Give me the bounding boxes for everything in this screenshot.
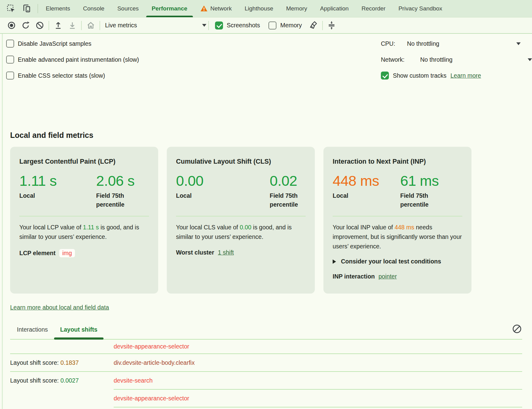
local-label: Local (333, 191, 400, 200)
metric-card-lcp: Largest Contentful Paint (LCP) 1.11 s Lo… (10, 147, 158, 294)
field-label: Field 75th percentile (400, 191, 443, 209)
inp-local-value: 448 ms (333, 173, 400, 189)
tab-memory[interactable]: Memory (280, 0, 314, 17)
home-icon[interactable] (84, 19, 98, 32)
learn-more-field-data-link[interactable]: Learn more about local and field data (10, 303, 109, 311)
lcp-element-link[interactable]: img (59, 249, 75, 257)
memory-label: Memory (280, 22, 302, 29)
tab-label: Memory (286, 5, 307, 12)
card-divider (19, 216, 149, 216)
chevron-down-icon[interactable] (528, 58, 532, 61)
divider (100, 21, 100, 30)
screenshots-checkbox[interactable] (215, 21, 223, 29)
layout-shift-row: Layout shift score: 0.0027devsite-search (10, 372, 522, 389)
log-tab-interactions[interactable]: Interactions (17, 325, 48, 339)
tab-console[interactable]: Console (76, 0, 111, 17)
download-icon[interactable] (65, 19, 79, 32)
screenshots-checkbox-row[interactable]: Screenshots (215, 21, 260, 29)
local-test-conditions-disclosure[interactable]: Consider your local test conditions (333, 258, 462, 265)
layout-shift-row: devsite-appearance-selector (10, 340, 522, 353)
cpu-label: CPU: (381, 40, 407, 47)
field-label: Field 75th percentile (270, 191, 313, 209)
gc-broom-icon[interactable] (306, 19, 320, 32)
divider (37, 4, 38, 13)
custom-tracks-row: Show custom tracks Learn more (381, 68, 522, 84)
inp-interaction-label: INP interaction (333, 273, 375, 280)
devtools-performance-panel: ElementsConsoleSourcesPerformanceNetwork… (0, 0, 532, 409)
tab-label: Recorder (362, 5, 385, 12)
tab-network[interactable]: Network (194, 0, 238, 17)
record-icon[interactable] (4, 19, 18, 32)
setting-checkbox-row[interactable]: Enable CSS selector stats (slow) (6, 68, 139, 84)
clear-icon[interactable] (33, 19, 47, 32)
tab-recorder[interactable]: Recorder (355, 0, 392, 17)
cpu-throttling-row: CPU: No throttling (381, 36, 522, 52)
card-title: Largest Contentful Paint (LCP) (19, 158, 149, 166)
tab-label: Sources (117, 5, 139, 12)
checkbox[interactable] (6, 40, 14, 48)
upload-icon[interactable] (51, 19, 65, 32)
screenshots-label: Screenshots (227, 22, 260, 29)
collapse-icon[interactable] (325, 19, 339, 32)
tab-elements[interactable]: Elements (39, 0, 76, 17)
tab-label: Privacy Sandbox (398, 5, 442, 12)
cls-inline-value: 0.00 (240, 224, 251, 231)
tab-label: Application (320, 5, 349, 12)
inp-interaction-link[interactable]: pointer (378, 273, 397, 280)
worst-cluster-label: Worst cluster (176, 249, 214, 256)
chevron-down-icon[interactable] (516, 42, 521, 45)
metric-card-cls: Cumulative Layout Shift (CLS) 0.00 Local… (167, 147, 315, 294)
card-divider (333, 216, 462, 216)
layout-shift-score: Layout shift score: 0.1837 (10, 359, 114, 366)
block-icon[interactable] (512, 324, 522, 335)
tab-lighthouse[interactable]: Lighthouse (238, 0, 280, 17)
lcp-field-value: 2.06 s (96, 173, 139, 189)
memory-checkbox[interactable] (268, 21, 276, 29)
tab-sources[interactable]: Sources (111, 0, 145, 17)
worst-cluster-link[interactable]: 1 shift (218, 249, 234, 256)
card-title: Interaction to Next Paint (INP) (333, 158, 462, 166)
section-title: Local and field metrics (10, 130, 532, 141)
local-label: Local (176, 191, 270, 200)
checkbox[interactable] (6, 56, 14, 64)
node-link[interactable]: devsite-appearance-selector (114, 395, 189, 402)
inp-field-value: 61 ms (400, 173, 443, 189)
layout-shift-score: Layout shift score: 0.0027 (10, 377, 114, 384)
metric-card-inp: Interaction to Next Paint (INP) 448 ms L… (323, 147, 471, 294)
panel-tabs: ElementsConsoleSourcesPerformanceNetwork… (39, 0, 449, 17)
node-link[interactable]: devsite-appearance-selector (114, 343, 189, 350)
cls-field-value: 0.02 (270, 173, 313, 189)
node-link[interactable]: div.devsite-article-body.clearfix (114, 359, 195, 366)
live-metrics-label: Live metrics (105, 22, 137, 29)
reload-icon[interactable] (18, 19, 33, 32)
layout-shift-row: devsite-appearance-selector (10, 390, 522, 407)
learn-more-link[interactable]: Learn more (450, 72, 481, 79)
tab-label: Network (210, 5, 232, 12)
setting-label: Enable CSS selector stats (slow) (18, 72, 105, 79)
log-tab-layout-shifts[interactable]: Layout shifts (60, 325, 97, 339)
triangle-right-icon (333, 259, 336, 264)
network-throttling-select[interactable]: No throttling (420, 56, 452, 63)
tab-application[interactable]: Application (314, 0, 355, 17)
tab-label: Elements (46, 5, 70, 12)
tab-label: Performance (152, 5, 187, 12)
network-throttling-row: Network: No throttling (381, 52, 522, 68)
device-toolbar-icon[interactable] (20, 2, 33, 15)
setting-checkbox-row[interactable]: Disable JavaScript samples (6, 36, 139, 52)
node-link[interactable]: devsite-search (114, 377, 153, 384)
setting-checkbox-row[interactable]: Enable advanced paint instrumentation (s… (6, 52, 139, 68)
memory-checkbox-row[interactable]: Memory (268, 21, 302, 29)
custom-tracks-checkbox[interactable] (381, 72, 389, 80)
tab-privacy-sandbox[interactable]: Privacy Sandbox (392, 0, 449, 17)
tab-label: Lighthouse (244, 5, 273, 12)
chevron-down-icon (202, 24, 206, 27)
setting-label: Enable advanced paint instrumentation (s… (18, 56, 139, 63)
checkbox[interactable] (6, 72, 14, 80)
inp-inline-value: 448 ms (395, 224, 414, 231)
tab-performance[interactable]: Performance (145, 0, 194, 17)
inspect-icon[interactable] (4, 2, 18, 15)
live-metrics-dropdown[interactable]: Live metrics (105, 22, 206, 29)
cpu-throttling-select[interactable]: No throttling (407, 40, 439, 47)
setting-label: Disable JavaScript samples (18, 40, 92, 47)
throttling-settings: CPU: No throttling Network: No throttlin… (381, 36, 522, 84)
